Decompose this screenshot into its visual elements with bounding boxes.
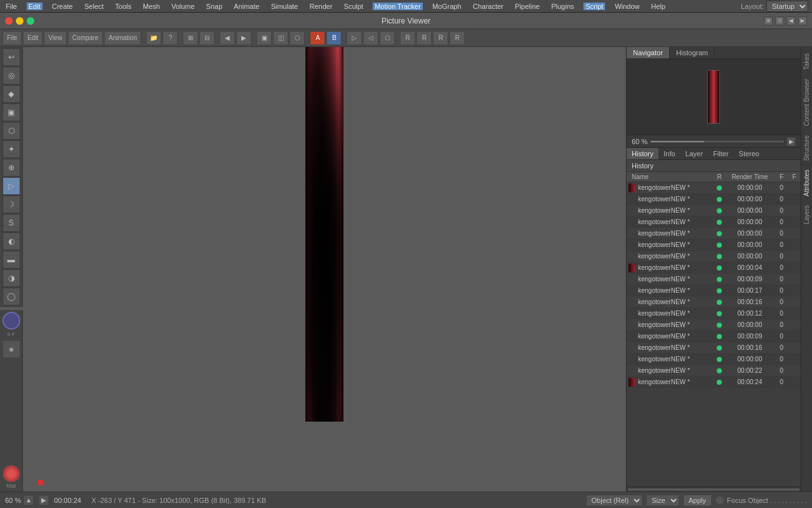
- zoom-expand-btn[interactable]: ▶: [787, 137, 795, 146]
- tool-s[interactable]: S: [3, 214, 20, 232]
- tool-crescent[interactable]: ☽: [3, 196, 20, 213]
- pv-view-btn[interactable]: View: [44, 31, 67, 45]
- tool-half2[interactable]: ◑: [3, 269, 20, 287]
- history-row[interactable]: kengotowerNEW *00:00:090: [627, 274, 801, 285]
- tool-r2[interactable]: R: [416, 31, 432, 45]
- panel-icon-3[interactable]: ◀: [787, 17, 795, 25]
- tool-circle[interactable]: ◎: [3, 67, 20, 84]
- tool-hex[interactable]: ⬡: [3, 122, 20, 140]
- history-row[interactable]: kengotowerNEW *00:00:000: [627, 319, 801, 331]
- pv-file-btn[interactable]: File: [3, 31, 22, 45]
- tool-render2[interactable]: ◁: [363, 31, 378, 45]
- maximize-button[interactable]: [27, 17, 34, 25]
- history-row[interactable]: kengotowerNEW *00:00:160: [627, 342, 801, 354]
- tool-star[interactable]: ✦: [3, 140, 20, 158]
- history-row[interactable]: kengotowerNEW *00:00:000: [627, 194, 801, 205]
- play-btn[interactable]: ▶: [39, 495, 49, 505]
- history-row[interactable]: kengotowerNEW *00:00:000: [627, 251, 801, 262]
- menu-script[interactable]: Script: [583, 3, 605, 10]
- tool-render3[interactable]: ⬡: [380, 31, 395, 45]
- edge-tab-attributes[interactable]: Attributes: [802, 166, 811, 200]
- history-row[interactable]: kengotowerNEW *00:00:090: [627, 331, 801, 342]
- navigator-preview[interactable]: [627, 59, 801, 135]
- tool-material[interactable]: [3, 312, 20, 330]
- tool-text-b[interactable]: B: [326, 31, 342, 45]
- history-list[interactable]: kengotowerNEW *00:00:000kengotowerNEW *0…: [627, 182, 801, 486]
- tool-diamond[interactable]: ◆: [3, 85, 20, 103]
- menu-edit[interactable]: Edit: [27, 3, 43, 10]
- menu-snap[interactable]: Snap: [204, 3, 225, 10]
- tool-grid2[interactable]: ⊟: [199, 31, 215, 45]
- menu-mograph[interactable]: MoGraph: [430, 3, 463, 10]
- zoom-slider-track[interactable]: [650, 140, 784, 143]
- object-rel-select[interactable]: Object (Rel): [586, 495, 642, 506]
- menu-tools[interactable]: Tools: [113, 3, 133, 10]
- zoom-spin[interactable]: ▲: [23, 495, 34, 505]
- menu-character[interactable]: Character: [471, 3, 505, 10]
- tool-half[interactable]: ◐: [3, 232, 20, 250]
- pv-edit-btn[interactable]: Edit: [23, 31, 43, 45]
- tool-r4[interactable]: R: [449, 31, 465, 45]
- pv-animation-btn[interactable]: Animation: [104, 31, 141, 45]
- menu-create[interactable]: Create: [50, 3, 75, 10]
- menu-pipeline[interactable]: Pipeline: [513, 3, 542, 10]
- edge-tab-content-browser[interactable]: Content Browser: [802, 75, 811, 130]
- layout-dropdown[interactable]: Startup: [766, 1, 808, 12]
- tool-undo[interactable]: ↩: [3, 48, 20, 66]
- size-select[interactable]: Size: [646, 495, 679, 506]
- tool-view2[interactable]: ◫: [273, 31, 288, 45]
- tab-history[interactable]: History: [627, 148, 658, 159]
- menu-file[interactable]: File: [4, 3, 19, 10]
- menu-animate[interactable]: Animate: [232, 3, 261, 10]
- history-row[interactable]: kengotowerNEW *00:00:170: [627, 285, 801, 297]
- menu-select[interactable]: Select: [83, 3, 106, 10]
- edge-tab-layers[interactable]: Layers: [802, 201, 811, 228]
- history-row[interactable]: kengotowerNEW *00:00:160: [627, 297, 801, 308]
- tool-folder[interactable]: 📁: [146, 31, 161, 45]
- history-row[interactable]: kengotowerNEW *00:00:000: [627, 182, 801, 194]
- history-row[interactable]: kengotowerNEW *00:00:000: [627, 354, 801, 365]
- menu-volume[interactable]: Volume: [170, 3, 197, 10]
- edge-tab-takes[interactable]: Takes: [802, 50, 811, 74]
- history-row[interactable]: kengotowerNEW *00:00:000: [627, 228, 801, 239]
- history-row[interactable]: kengotowerNEW *00:00:000: [627, 217, 801, 228]
- viewport-canvas[interactable]: [23, 47, 626, 491]
- panel-icon-2[interactable]: ⊡: [775, 17, 784, 25]
- pv-compare-btn[interactable]: Compare: [68, 31, 103, 45]
- tool-view1[interactable]: ▣: [256, 31, 272, 45]
- panel-icon-1[interactable]: ⊞: [764, 17, 773, 25]
- tool-arrow[interactable]: ▷: [3, 177, 20, 195]
- close-button[interactable]: [5, 17, 13, 25]
- tool-r1[interactable]: R: [400, 31, 415, 45]
- tool-grid[interactable]: ⊞: [183, 31, 198, 45]
- tab-histogram[interactable]: Histogram: [670, 47, 715, 58]
- tool-text-a[interactable]: A: [310, 31, 325, 45]
- menu-motion-tracker[interactable]: Motion Tracker: [373, 3, 423, 10]
- tool-ring[interactable]: ◯: [3, 288, 20, 305]
- menu-sculpt[interactable]: Sculpt: [342, 3, 366, 10]
- tool-minus[interactable]: ▬: [3, 251, 20, 269]
- tab-filter[interactable]: Filter: [708, 148, 733, 159]
- history-row[interactable]: kengotowerNEW *00:00:220: [627, 365, 801, 377]
- history-row[interactable]: kengotowerNEW *00:00:000: [627, 239, 801, 251]
- apply-button[interactable]: Apply: [683, 495, 712, 506]
- tool-question[interactable]: ?: [163, 31, 178, 45]
- panel-icon-4[interactable]: ▶: [798, 17, 807, 25]
- tab-stereo[interactable]: Stereo: [734, 148, 764, 159]
- history-row[interactable]: kengotowerNEW *00:00:040: [627, 262, 801, 274]
- tool-prev[interactable]: ◀: [220, 31, 235, 45]
- tab-info[interactable]: Info: [658, 148, 680, 159]
- tool-view3[interactable]: ⬡: [290, 31, 305, 45]
- menu-render[interactable]: Render: [307, 3, 334, 10]
- menu-window[interactable]: Window: [613, 3, 641, 10]
- menu-simulate[interactable]: Simulate: [269, 3, 300, 10]
- tab-navigator[interactable]: Navigator: [627, 47, 670, 58]
- history-row[interactable]: kengotowerNEW *00:00:000: [627, 205, 801, 217]
- menu-plugins[interactable]: Plugins: [549, 3, 576, 10]
- minimize-button[interactable]: [16, 17, 23, 25]
- tool-r3[interactable]: R: [433, 31, 448, 45]
- tab-layer[interactable]: Layer: [681, 148, 709, 159]
- menu-mesh[interactable]: Mesh: [141, 3, 162, 10]
- history-hscroll[interactable]: [627, 486, 801, 491]
- history-row[interactable]: kengotowerNEW *00:00:120: [627, 308, 801, 319]
